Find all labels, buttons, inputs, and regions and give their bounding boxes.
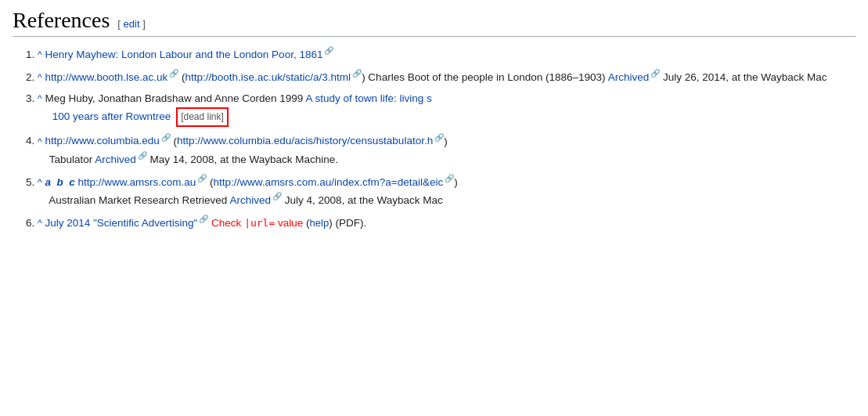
ref6-help-link[interactable]: help: [310, 217, 330, 229]
dead-link-box: [dead link]: [176, 107, 229, 127]
ref5-archived-link[interactable]: Archived: [229, 194, 282, 206]
list-item: ^ Meg Huby, Jonathan Bradshaw and Anne C…: [38, 90, 855, 127]
page-content: References [ edit ] ^ Henry Mayhew: Lond…: [13, 8, 855, 237]
ref3-rowntree-link[interactable]: 100 years after Rowntree: [52, 110, 171, 122]
ref4-columbia-link[interactable]: http://www.columbia.edu: [45, 135, 170, 147]
list-item: ^ July 2014 "Scientific Advertising" Che…: [38, 213, 855, 231]
references-heading: References [ edit ]: [13, 8, 855, 37]
ref6-value: value: [275, 217, 303, 229]
references-title: References: [13, 8, 110, 33]
edit-link[interactable]: edit: [124, 18, 140, 30]
ref5-b-link[interactable]: b: [56, 176, 63, 188]
ref2-static-link[interactable]: http://booth.ise.ac.uk/static/a/3.html: [185, 71, 362, 83]
caret-link-5[interactable]: ^: [38, 177, 42, 188]
list-item: ^ http://www.booth.lse.ac.uk (http://boo…: [38, 67, 855, 85]
list-item: ^ Henry Mayhew: London Labour and the Lo…: [38, 45, 855, 63]
ref6-pdf: (PDF): [335, 217, 363, 229]
ref6-url-param: |url=: [244, 217, 275, 229]
caret-link-2[interactable]: ^: [38, 72, 42, 83]
ref5-a-link[interactable]: a: [45, 176, 51, 188]
ref4-acis-link[interactable]: http://www.columbia.edu/acis/history/cen…: [177, 135, 444, 147]
caret-link-3[interactable]: ^: [38, 93, 42, 104]
ref4-archived-link[interactable]: Archived: [95, 154, 147, 165]
caret-link-4[interactable]: ^: [38, 136, 42, 147]
ref5-abc: a b c: [45, 176, 77, 188]
list-item: ^ a b c http://www.amsrs.com.au (http://…: [38, 172, 855, 208]
ref5-c-link[interactable]: c: [69, 176, 75, 188]
ref6-check-label: Check: [211, 217, 241, 229]
ref1-link[interactable]: Henry Mayhew: London Labour and the Lond…: [45, 49, 333, 60]
ref5-index-link[interactable]: http://www.amsrs.com.au/index.cfm?a=deta…: [214, 176, 455, 188]
ref3-study-link[interactable]: A study of town life: living s: [305, 92, 431, 104]
references-list: ^ Henry Mayhew: London Labour and the Lo…: [13, 45, 855, 232]
ref2-main-link[interactable]: http://www.booth.lse.ac.uk: [45, 71, 178, 83]
edit-link-bracket: [ edit ]: [117, 18, 145, 30]
ref6-july2014-link[interactable]: July 2014 "Scientific Advertising": [45, 217, 208, 229]
caret-link-6[interactable]: ^: [38, 218, 42, 229]
ref5-amsrs-link[interactable]: http://www.amsrs.com.au: [77, 176, 207, 188]
caret-link-1[interactable]: ^: [38, 49, 42, 60]
ref2-archived-link[interactable]: Archived: [608, 71, 661, 83]
list-item: ^ http://www.columbia.edu (http://www.co…: [38, 132, 855, 168]
